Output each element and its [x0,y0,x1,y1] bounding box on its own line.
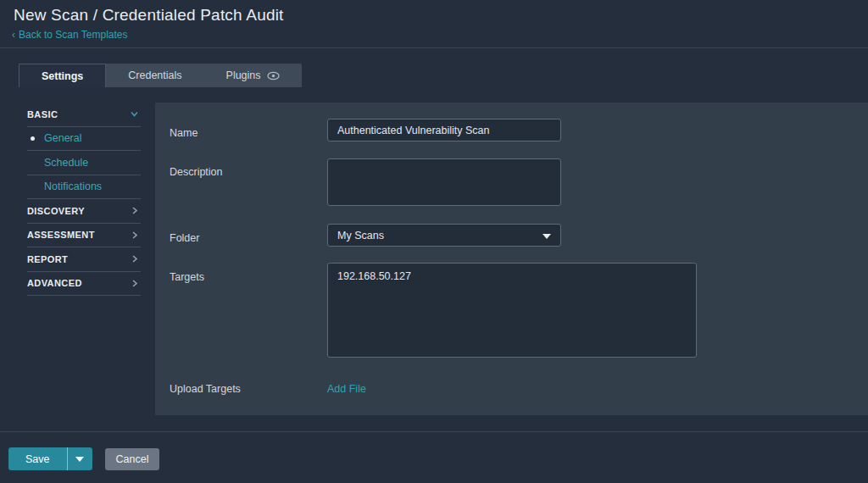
sidebar-section-assessment[interactable]: ASSESSMENT [27,224,141,248]
sidebar-item-general-label: General [44,132,81,144]
upload-targets-label: Upload Targets [170,383,241,395]
page-header: New Scan / Credentialed Patch Audit ‹Bac… [0,0,868,48]
chevron-down-icon [130,109,139,119]
sidebar-section-advanced-label: ADVANCED [27,278,82,288]
folder-select[interactable]: My Scans [327,224,561,247]
caret-down-icon [542,234,551,239]
tab-plugins-label: Plugins [226,69,261,81]
cancel-button[interactable]: Cancel [105,448,159,470]
add-file-link-label: Add File [327,383,366,395]
save-split-button: Save [8,447,92,470]
caret-down-icon [75,457,84,462]
sidebar-item-schedule[interactable]: Schedule [27,151,141,175]
folder-label: Folder [170,232,199,244]
sidebar-section-discovery-label: DISCOVERY [27,206,85,216]
eye-icon [267,71,280,80]
tab-settings-label: Settings [42,70,83,82]
sidebar-section-assessment-label: ASSESSMENT [27,230,95,240]
sidebar-section-report-label: REPORT [27,254,68,264]
tab-plugins[interactable]: Plugins [204,64,302,87]
settings-sidebar: BASIC General Schedule Notifications DIS… [27,103,141,296]
name-input[interactable] [327,119,561,142]
sidebar-item-notifications-label: Notifications [44,180,102,192]
page-title: New Scan / Credentialed Patch Audit [14,6,284,25]
save-dropdown-button[interactable] [67,447,92,470]
back-link-label: Back to Scan Templates [19,29,128,41]
settings-general-panel: Name Description Folder My Scans Targets… [155,103,868,415]
sidebar-section-basic[interactable]: BASIC [27,103,141,127]
name-label: Name [170,127,198,139]
targets-label: Targets [170,271,204,283]
tab-credentials[interactable]: Credentials [106,64,203,87]
tab-credentials-label: Credentials [128,69,181,81]
sidebar-section-discovery[interactable]: DISCOVERY [27,199,141,224]
description-input[interactable] [327,158,561,206]
targets-input[interactable]: 192.168.50.127 [327,263,697,358]
footer-divider [0,431,868,432]
tab-bar: Settings Credentials Plugins [19,64,302,87]
chevron-right-icon [130,230,139,240]
back-arrow-icon: ‹ [12,29,15,41]
sidebar-section-advanced[interactable]: ADVANCED [27,272,141,297]
add-file-link[interactable]: Add File [327,383,366,395]
sidebar-section-basic-label: BASIC [27,109,58,119]
active-item-bullet [31,136,35,141]
sidebar-item-schedule-label: Schedule [44,157,88,169]
chevron-right-icon [130,206,139,215]
sidebar-section-report[interactable]: REPORT [27,247,141,272]
chevron-right-icon [130,279,139,288]
sidebar-item-general[interactable]: General [27,127,141,152]
chevron-right-icon [130,254,139,264]
save-button[interactable]: Save [8,447,67,470]
folder-selected-value: My Scans [337,230,384,242]
description-label: Description [170,166,223,178]
back-to-scan-templates-link[interactable]: ‹Back to Scan Templates [12,29,128,41]
tab-settings[interactable]: Settings [19,64,106,87]
sidebar-item-notifications[interactable]: Notifications [27,175,141,200]
